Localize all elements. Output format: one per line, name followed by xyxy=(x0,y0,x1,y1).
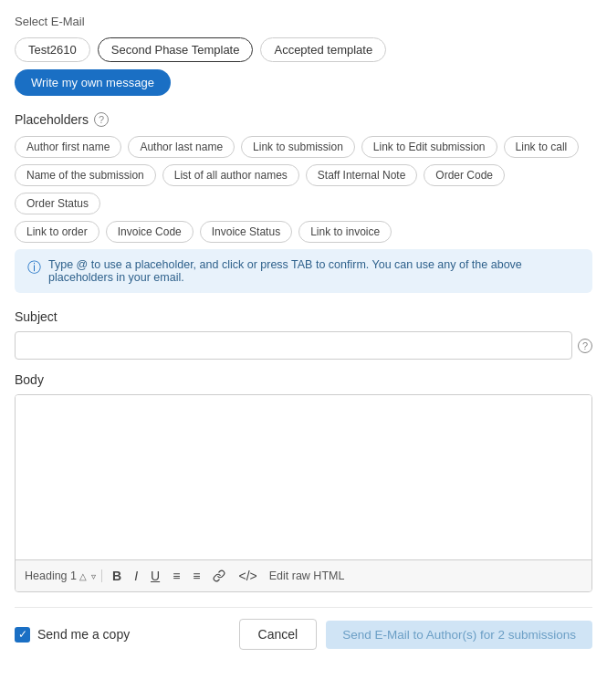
placeholder-tags-row1: Author first name Author last name Link … xyxy=(15,136,592,158)
write-own-message-button[interactable]: Write my own message xyxy=(15,69,171,96)
template-chips-row: Test2610 Second Phase Template Accepted … xyxy=(15,37,592,62)
placeholder-order-code[interactable]: Order Code xyxy=(424,164,505,186)
info-icon: ⓘ xyxy=(27,259,41,277)
heading-chevron-icon: △ xyxy=(79,571,87,581)
send-copy-label[interactable]: ✓ Send me a copy xyxy=(15,627,130,643)
send-email-button[interactable]: Send E-Mail to Author(s) for 2 submissio… xyxy=(326,621,592,649)
placeholder-staff-note[interactable]: Staff Internal Note xyxy=(306,164,418,186)
italic-button[interactable]: I xyxy=(131,567,141,585)
placeholder-order-status[interactable]: Order Status xyxy=(15,193,100,214)
info-text: Type @ to use a placeholder, and click o… xyxy=(48,258,580,284)
placeholder-link-submission[interactable]: Link to submission xyxy=(241,136,355,158)
send-copy-text: Send me a copy xyxy=(37,627,130,642)
subject-help-icon[interactable]: ? xyxy=(578,339,592,353)
code-button[interactable]: </> xyxy=(235,567,259,585)
body-section: Body Heading 1 △ ▿ B I U ≡ ≡ </> Edit ra… xyxy=(15,372,592,592)
subject-label: Subject xyxy=(15,309,592,324)
unordered-list-button[interactable]: ≡ xyxy=(190,567,203,585)
placeholder-link-call[interactable]: Link to call xyxy=(504,136,580,158)
bold-button[interactable]: B xyxy=(110,567,124,585)
placeholder-invoice-status[interactable]: Invoice Status xyxy=(200,221,292,243)
placeholder-author-first[interactable]: Author first name xyxy=(15,136,121,158)
footer-buttons: Cancel Send E-Mail to Author(s) for 2 su… xyxy=(239,619,592,650)
placeholder-link-order[interactable]: Link to order xyxy=(15,221,99,243)
placeholders-help-icon[interactable]: ? xyxy=(94,112,109,127)
placeholder-invoice-code[interactable]: Invoice Code xyxy=(106,221,194,243)
heading-select[interactable]: Heading 1 △ ▿ xyxy=(25,569,102,582)
template-chip-accepted[interactable]: Accepted template xyxy=(260,37,386,62)
placeholder-name-submission[interactable]: Name of the submission xyxy=(15,164,156,186)
body-toolbar: Heading 1 △ ▿ B I U ≡ ≡ </> Edit raw HTM… xyxy=(16,559,591,591)
body-content-area[interactable] xyxy=(16,395,591,559)
placeholder-list-authors[interactable]: List of all author names xyxy=(162,164,299,186)
cancel-button[interactable]: Cancel xyxy=(239,619,318,650)
placeholder-tags-row2: Name of the submission List of all autho… xyxy=(15,164,592,214)
subject-row: ? xyxy=(15,331,592,360)
edit-raw-html-button[interactable]: Edit raw HTML xyxy=(269,569,345,582)
placeholders-header: Placeholders ? xyxy=(15,112,592,127)
body-label: Body xyxy=(15,372,592,387)
placeholder-info-box: ⓘ Type @ to use a placeholder, and click… xyxy=(15,249,592,293)
body-editor: Heading 1 △ ▿ B I U ≡ ≡ </> Edit raw HTM… xyxy=(15,394,592,592)
underline-button[interactable]: U xyxy=(148,567,162,585)
subject-input[interactable] xyxy=(15,331,572,360)
placeholders-title: Placeholders xyxy=(15,112,89,127)
heading-label: Heading 1 xyxy=(25,569,77,582)
link-button[interactable] xyxy=(210,568,228,584)
placeholder-link-edit[interactable]: Link to Edit submission xyxy=(361,136,497,158)
subject-section: Subject ? xyxy=(15,309,592,360)
template-chip-test2610[interactable]: Test2610 xyxy=(15,37,90,62)
footer-row: ✓ Send me a copy Cancel Send E-Mail to A… xyxy=(15,607,592,650)
checkmark-icon: ✓ xyxy=(18,628,27,641)
ordered-list-button[interactable]: ≡ xyxy=(170,567,183,585)
placeholder-tags-row3: Link to order Invoice Code Invoice Statu… xyxy=(15,221,592,243)
select-email-label: Select E-Mail xyxy=(15,15,592,28)
template-chip-second-phase[interactable]: Second Phase Template xyxy=(98,37,254,62)
placeholder-author-last[interactable]: Author last name xyxy=(128,136,235,158)
send-copy-checkbox[interactable]: ✓ xyxy=(15,627,30,643)
placeholder-link-invoice[interactable]: Link to invoice xyxy=(298,221,392,243)
placeholders-section: Placeholders ? Author first name Author … xyxy=(15,112,592,293)
heading-divider-icon: ▿ xyxy=(91,571,96,581)
